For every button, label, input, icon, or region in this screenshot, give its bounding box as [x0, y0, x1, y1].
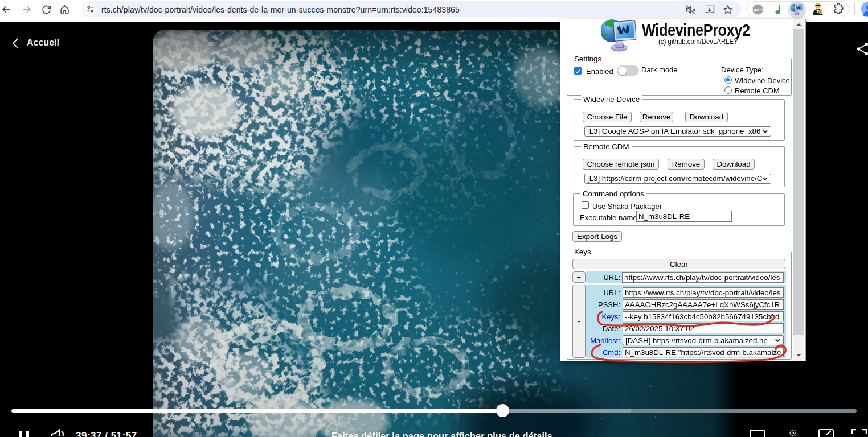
- svg-text:ABP: ABP: [754, 7, 763, 13]
